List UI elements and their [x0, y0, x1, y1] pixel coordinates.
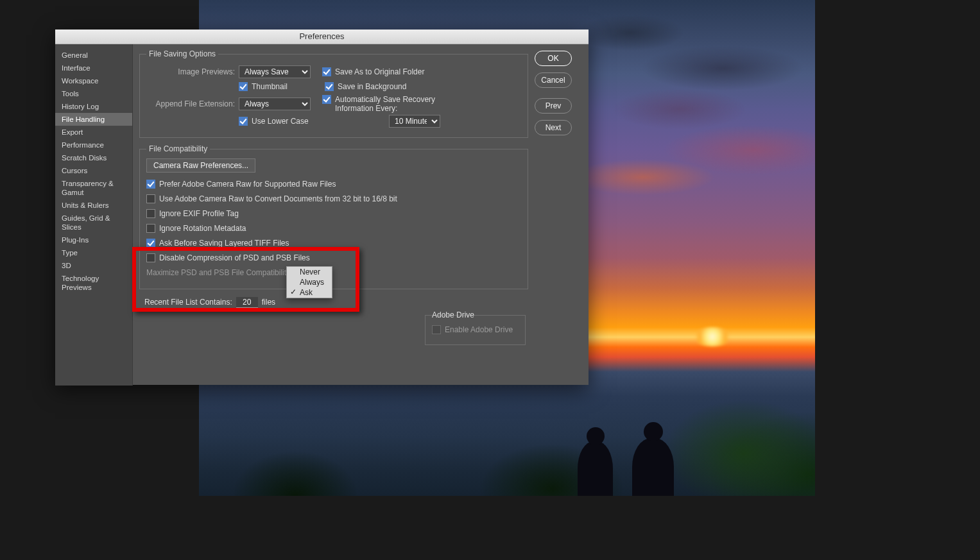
preferences-sidebar: General Interface Workspace Tools Histor… — [55, 44, 133, 386]
use-acr-convert-checkbox[interactable] — [146, 194, 155, 203]
save-as-original-folder-checkbox[interactable] — [322, 67, 331, 76]
sidebar-item-plugins[interactable]: Plug-Ins — [55, 233, 132, 246]
save-as-original-folder-label: Save As to Original Folder — [335, 67, 424, 76]
file-compatibility-group: File Compatibility Camera Raw Preference… — [139, 144, 528, 289]
sidebar-item-scratch-disks[interactable]: Scratch Disks — [55, 151, 132, 164]
image-previews-label: Image Previews: — [146, 67, 239, 76]
sidebar-item-technology-previews[interactable]: Technology Previews — [55, 272, 132, 294]
sidebar-item-cursors[interactable]: Cursors — [55, 164, 132, 177]
enable-adobe-drive-label: Enable Adobe Drive — [445, 325, 513, 334]
maximize-compat-dropdown[interactable]: Never Always Ask — [286, 266, 332, 298]
adobe-drive-legend: Adobe Drive — [432, 310, 474, 319]
sidebar-item-history-log[interactable]: History Log — [55, 100, 132, 113]
sidebar-item-type[interactable]: Type — [55, 246, 132, 259]
ignore-rotation-checkbox[interactable] — [146, 224, 155, 233]
auto-save-recovery-label: Automatically Save Recovery Information … — [335, 95, 444, 113]
file-compatibility-legend: File Compatibility — [146, 144, 210, 153]
sidebar-item-performance[interactable]: Performance — [55, 139, 132, 151]
preferences-main-panel: File Saving Options Image Previews: Alwa… — [133, 44, 535, 386]
save-in-background-checkbox[interactable] — [325, 82, 334, 91]
append-file-extension-select[interactable]: Always — [239, 98, 311, 110]
recent-file-list-label: Recent File List Contains: — [144, 298, 232, 307]
cancel-button[interactable]: Cancel — [535, 72, 572, 88]
sidebar-item-guides-grid-slices[interactable]: Guides, Grid & Slices — [55, 212, 132, 233]
prefer-acr-label: Prefer Adobe Camera Raw for Supported Ra… — [159, 180, 336, 189]
image-previews-select[interactable]: Always Save — [239, 65, 311, 78]
ignore-exif-checkbox[interactable] — [146, 209, 155, 218]
dialog-buttons-column: OK Cancel Prev Next — [535, 44, 589, 386]
preferences-dialog: Preferences General Interface Workspace … — [55, 30, 589, 385]
thumbnail-label: Thumbnail — [252, 82, 288, 91]
recent-file-count-input[interactable] — [236, 297, 258, 308]
recent-file-suffix: files — [262, 298, 275, 307]
sidebar-item-workspace[interactable]: Workspace — [55, 74, 132, 87]
sidebar-item-tools[interactable]: Tools — [55, 87, 132, 100]
dialog-title: Preferences — [55, 30, 589, 44]
camera-raw-preferences-button[interactable]: Camera Raw Preferences... — [146, 158, 255, 173]
ask-before-tiff-checkbox[interactable] — [146, 239, 155, 248]
save-in-background-label: Save in Background — [338, 82, 406, 91]
ask-before-tiff-label: Ask Before Saving Layered TIFF Files — [159, 239, 289, 248]
maximize-option-never[interactable]: Never — [287, 267, 332, 277]
recovery-interval-select[interactable]: 10 Minutes — [389, 115, 440, 128]
prefer-acr-checkbox[interactable] — [146, 180, 155, 189]
sidebar-item-file-handling[interactable]: File Handling — [55, 113, 132, 126]
next-button[interactable]: Next — [535, 120, 572, 135]
ok-button[interactable]: OK — [535, 51, 572, 66]
use-lower-case-checkbox[interactable] — [239, 117, 248, 126]
disable-compression-label: Disable Compression of PSD and PSB Files — [159, 253, 310, 262]
sidebar-item-export[interactable]: Export — [55, 126, 132, 139]
sidebar-item-interface[interactable]: Interface — [55, 62, 132, 74]
use-acr-convert-label: Use Adobe Camera Raw to Convert Document… — [159, 194, 397, 203]
adobe-drive-group: Adobe Drive Enable Adobe Drive — [425, 315, 526, 345]
ignore-exif-label: Ignore EXIF Profile Tag — [159, 209, 239, 218]
maximize-compat-label: Maximize PSD and PSB File Compatibility: — [146, 268, 292, 277]
sidebar-item-general[interactable]: General — [55, 49, 132, 62]
append-file-extension-label: Append File Extension: — [146, 99, 239, 108]
auto-save-recovery-checkbox[interactable] — [322, 95, 331, 104]
prev-button[interactable]: Prev — [535, 98, 572, 114]
ignore-rotation-label: Ignore Rotation Metadata — [159, 224, 246, 233]
sidebar-item-3d[interactable]: 3D — [55, 259, 132, 272]
file-saving-legend: File Saving Options — [146, 49, 218, 58]
sidebar-item-transparency-gamut[interactable]: Transparency & Gamut — [55, 177, 132, 199]
use-lower-case-label: Use Lower Case — [252, 117, 309, 126]
disable-compression-checkbox[interactable] — [146, 253, 155, 262]
maximize-option-ask[interactable]: Ask — [287, 287, 332, 298]
sidebar-item-units-rulers[interactable]: Units & Rulers — [55, 199, 132, 212]
maximize-option-always[interactable]: Always — [287, 277, 332, 287]
thumbnail-checkbox[interactable] — [239, 82, 248, 91]
enable-adobe-drive-checkbox — [432, 325, 441, 334]
file-saving-options-group: File Saving Options Image Previews: Alwa… — [139, 49, 528, 138]
